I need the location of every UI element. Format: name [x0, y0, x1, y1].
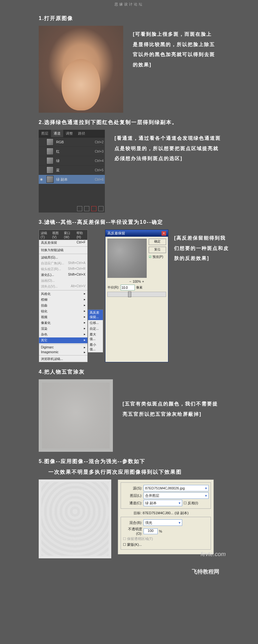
step3-caption: [高反差保留能得到我们想要的一种斑点和皮肤的反差效果] — [174, 233, 229, 362]
invert-checkbox[interactable]: 反相(I) — [184, 501, 198, 506]
tab-channels[interactable]: 通道 — [51, 130, 63, 137]
other-submenu: 高反差保留... 位移... 自定... 最大值... 最小值... — [88, 309, 103, 353]
mi-digimarc[interactable]: Digimarc▸ — [39, 345, 87, 350]
highpass-result — [39, 379, 113, 452]
mi-blur[interactable]: 模糊▸ — [39, 297, 87, 303]
mi-imagenomic[interactable]: Imagenomic▸ — [39, 350, 87, 355]
mi-video[interactable]: 视频▸ — [39, 314, 87, 320]
step1-caption: [可看到脸上很多斑，而斑在脸上是显得比较黑的，所以把脸上除五官以外的黑色加亮就可… — [133, 29, 217, 70]
close-icon[interactable]: × — [162, 231, 166, 236]
menubar: 滤镜(T) 视图(V) 窗口(W) 帮助(H) — [39, 230, 87, 240]
layer-select[interactable]: 合并图层 — [144, 492, 209, 499]
sm-highpass[interactable]: 高反差保留... — [88, 310, 103, 320]
highpass-dialog: 高反差保留× 确定 复位 预览(P) −100%+ 半径(R):像素 — [105, 230, 168, 362]
step1-title: 1.打开原图像 — [39, 15, 229, 22]
panel-tabs: 图层 通道 调整 路径 — [39, 130, 105, 137]
dialog-title: 高反差保留 — [107, 231, 125, 236]
zoom-level: 100% — [133, 280, 141, 283]
mi-last-filter[interactable]: 高反差保留Ctrl+F — [39, 240, 87, 246]
mi-render[interactable]: 渲染▸ — [39, 326, 87, 332]
step5-title: 5.图像--应用图像--混合为强光--参数如下 — [39, 458, 229, 465]
mask-checkbox[interactable]: 蒙版(K)... — [123, 542, 142, 547]
mi-smart[interactable]: 转换为智能滤镜 — [39, 247, 87, 253]
radius-unit: 像素 — [136, 285, 143, 290]
target-value: 87ED751M4CJ80... (绿 副本) — [143, 511, 188, 515]
step2-caption: [看通道，通过看各个通道会发现绿色通道斑点是较明显的，所以想要把斑点区域提亮就必… — [114, 133, 221, 164]
src-label: 源(S): — [123, 486, 142, 491]
menu-view[interactable]: 视图(V) — [52, 231, 61, 239]
mi-stylize[interactable]: 风格化▸ — [39, 291, 87, 297]
channel-green-copy[interactable]: 绿 副本Ctrl+6 — [39, 175, 105, 184]
mi-vanish[interactable]: 消失点(V)...Alt+Ctrl+V — [39, 284, 87, 289]
channel-select[interactable]: 绿 副本 — [144, 500, 182, 506]
channels-panel: 图层 通道 调整 路径 RGBCtrl+2 红Ctrl+3 绿Ctrl+4 蓝C… — [39, 130, 105, 213]
mi-lens[interactable]: 镜头校正(R)...Shift+Ctrl+R — [39, 266, 87, 272]
channel-rgb[interactable]: RGBCtrl+2 — [39, 137, 105, 147]
mi-browse[interactable]: 浏览联机滤镜... — [39, 356, 87, 362]
dialog-preview — [107, 239, 147, 278]
ok-button[interactable]: 确定 — [149, 239, 166, 245]
step3-title: 3.滤镜--其他--高反差保留--半径设置为10--确定 — [39, 219, 229, 226]
channel-blue[interactable]: 蓝Ctrl+5 — [39, 166, 105, 175]
delete-channel-icon[interactable] — [98, 206, 104, 211]
mi-oil[interactable]: 油画(O)... — [39, 278, 87, 284]
menu-window[interactable]: 窗口(W) — [64, 231, 74, 239]
mi-liquify[interactable]: 液化(L)...Shift+Ctrl+X — [39, 272, 87, 278]
tab-layers[interactable]: 图层 — [39, 130, 51, 137]
zoom-out-icon[interactable]: − — [129, 280, 131, 283]
blend-select[interactable]: 强光 — [144, 519, 182, 526]
opacity-label: 不透明度(O): — [123, 527, 142, 535]
hardlight-result — [39, 479, 111, 558]
reset-button[interactable]: 复位 — [149, 247, 166, 253]
channel-green[interactable]: 绿Ctrl+4 — [39, 156, 105, 166]
step4-caption: [五官有类似斑点的颜色，我们不需要提亮五官所以把五官涂灰给屏蔽掉] — [123, 399, 219, 419]
mi-distort[interactable]: 扭曲▸ — [39, 303, 87, 308]
mi-pixelate[interactable]: 像素化▸ — [39, 320, 87, 326]
mi-sharpen[interactable]: 锐化▸ — [39, 308, 87, 314]
mi-gallery[interactable]: 滤镜库(G)... — [39, 255, 87, 260]
step2-title: 2.选择绿色通道拉到下图红色处复制一层得到绿副本。 — [39, 119, 229, 126]
step4-title: 4.把人物五官涂灰 — [39, 369, 229, 375]
original-photo — [39, 26, 123, 113]
panel-footer — [39, 184, 105, 213]
sm-offset[interactable]: 位移... — [88, 320, 103, 326]
zoom-in-icon[interactable]: + — [142, 280, 144, 283]
mi-noise[interactable]: 杂色▸ — [39, 332, 87, 337]
channel-label: 通道(C): — [123, 501, 142, 506]
channel-red[interactable]: 红Ctrl+3 — [39, 147, 105, 156]
src-select[interactable]: 87ED751M4CJ80026.jpg — [144, 485, 209, 491]
sm-min[interactable]: 最小值... — [88, 342, 103, 352]
site-header: 思缘设计论坛 — [29, 0, 229, 9]
layer-label: 图层(L): — [123, 493, 142, 498]
radius-label: 半径(R): — [107, 285, 119, 290]
sm-max[interactable]: 最大值... — [88, 332, 103, 342]
radius-input[interactable] — [121, 285, 135, 290]
watermark: fevte.com — [201, 551, 226, 558]
footer-credit: 飞特教程网 — [29, 568, 229, 575]
target-label: 目标: — [134, 511, 142, 515]
sm-custom[interactable]: 自定... — [88, 326, 103, 332]
tab-adjust[interactable]: 调整 — [63, 130, 75, 137]
mi-adaptive[interactable]: 自适应广角(A)...Shift+Ctrl+A — [39, 260, 87, 266]
load-selection-icon[interactable] — [77, 206, 82, 211]
menu-filter[interactable]: 滤镜(T) — [41, 231, 50, 239]
step5-subtitle: 一次效果不明显多执行两次应用图像得到以下效果图 — [48, 469, 229, 476]
new-channel-icon[interactable] — [91, 206, 96, 211]
save-selection-icon[interactable] — [84, 206, 89, 211]
preview-checkbox[interactable]: 预览(P) — [149, 255, 166, 259]
opacity-input[interactable]: 100 — [144, 528, 158, 534]
filter-menu: 滤镜(T) 视图(V) 窗口(W) 帮助(H) 高反差保留Ctrl+F 转换为智… — [39, 230, 88, 362]
opacity-unit: % — [159, 529, 162, 533]
mi-other[interactable]: 其它▸ — [39, 337, 87, 343]
apply-image-dialog: 源(S):87ED751M4CJ80026.jpg 图层(L):合并图层 通道(… — [118, 479, 214, 554]
blend-label: 混合(B): — [123, 520, 142, 525]
menu-help[interactable]: 帮助(H) — [76, 231, 86, 239]
tab-paths[interactable]: 路径 — [75, 130, 88, 137]
radius-slider[interactable] — [107, 292, 166, 297]
preserve-checkbox[interactable]: 保留透明区域(T) — [123, 536, 153, 541]
